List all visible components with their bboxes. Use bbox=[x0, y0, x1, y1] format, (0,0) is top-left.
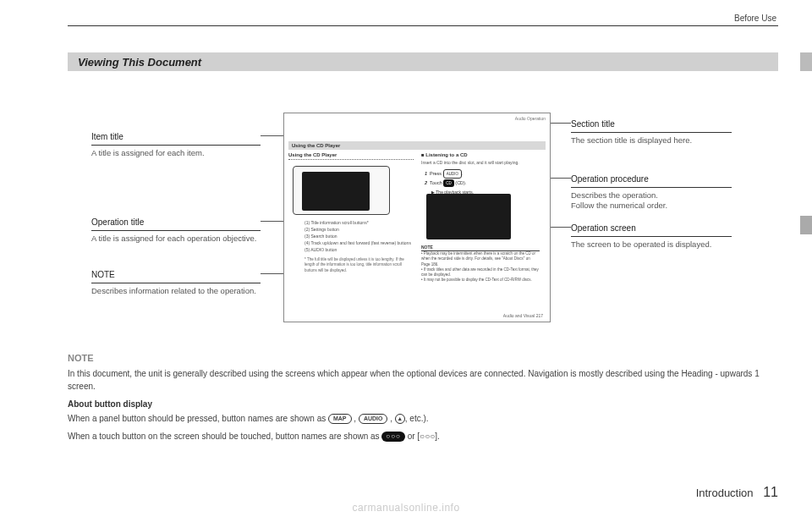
sample-page: Audio Operation Using the CD Player Usin… bbox=[283, 113, 551, 322]
sample-result-screen bbox=[426, 194, 511, 239]
callout-body: The screen to be operated is displayed. bbox=[571, 239, 732, 250]
sample-device bbox=[293, 166, 390, 215]
side-tab-top bbox=[800, 52, 812, 71]
connector-line bbox=[551, 227, 571, 228]
footer-page-number: 11 bbox=[763, 485, 778, 499]
sample-footnote: * The full title will be displayed unles… bbox=[304, 257, 414, 273]
audio-button-icon: AUDIO bbox=[359, 414, 388, 424]
sample-device-screen bbox=[302, 172, 370, 211]
bottom-note-sub: About button display bbox=[68, 398, 778, 410]
sample-header: Audio Operation bbox=[515, 116, 546, 121]
sample-note-heading: NOTE bbox=[421, 245, 540, 251]
connector-line bbox=[551, 178, 571, 179]
legend-item: (1) Title information scroll buttons* bbox=[304, 219, 411, 226]
bottom-note-p1: In this document, the unit is generally … bbox=[68, 367, 778, 393]
bottom-note-heading: NOTE bbox=[68, 351, 778, 366]
callout-operation-procedure: Operation procedure Describes the operat… bbox=[571, 173, 732, 212]
callout-section-title: Section title The section title is displ… bbox=[571, 118, 732, 146]
sample-note-body: • Playback may be intermittent when ther… bbox=[421, 251, 540, 283]
footer-chapter: Introduction bbox=[696, 487, 754, 499]
watermark: carmanualsonline.info bbox=[0, 502, 812, 514]
callout-operation-screen: Operation screen The screen to be operat… bbox=[571, 223, 732, 250]
sample-dotted-rule bbox=[288, 159, 414, 160]
sample-step-1: 1Press AUDIO. bbox=[425, 169, 474, 179]
callout-body: The section title is displayed here. bbox=[571, 135, 732, 146]
sample-steps: 1Press AUDIO. 2Touch CD (CD). ▶ The play… bbox=[425, 169, 474, 196]
title-bar-text: Viewing This Document bbox=[78, 56, 201, 69]
connector-line bbox=[551, 123, 571, 124]
sample-note-bullet: • Playback may be intermittent when ther… bbox=[421, 251, 540, 267]
callout-heading: Operation screen bbox=[571, 223, 732, 237]
audio-pill: AUDIO bbox=[443, 169, 462, 179]
sample-note-bullet: • If track titles and other data are rec… bbox=[421, 267, 540, 278]
callout-note: NOTE Describes information related to th… bbox=[91, 269, 261, 296]
callout-item-title: Item title A title is assigned for each … bbox=[91, 131, 261, 158]
connector-line bbox=[261, 135, 283, 136]
legend-item: (2) Settings button bbox=[304, 226, 411, 233]
touch-button-icon: ○○○ bbox=[381, 432, 405, 442]
legend-item: (5) AUDIO button bbox=[304, 246, 411, 253]
bottom-note-p2: When a panel button should be pressed, b… bbox=[68, 412, 778, 425]
map-button-icon: MAP bbox=[328, 414, 352, 424]
cd-pill: CD bbox=[443, 179, 454, 187]
eject-button-icon: ▲ bbox=[395, 414, 405, 424]
callout-heading: Item title bbox=[91, 131, 261, 146]
sample-footer: Audio and Visual 217 bbox=[503, 313, 543, 318]
sample-legend: (1) Title information scroll buttons* (2… bbox=[304, 219, 411, 253]
sample-right-sub: Insert a CD into the disc slot, and it w… bbox=[421, 160, 519, 165]
bottom-note-p3: When a touch button on the screen should… bbox=[68, 430, 778, 443]
sample-right-heading: ■ Listening to a CD bbox=[421, 152, 468, 157]
callout-body: Describes the operation. Follow the nume… bbox=[571, 190, 732, 212]
sample-note-bullet: • It may not be possible to display the … bbox=[421, 278, 540, 283]
callout-heading: NOTE bbox=[91, 269, 261, 283]
sample-operation-title: Using the CD Player bbox=[288, 152, 337, 157]
legend-item: (3) Search button bbox=[304, 233, 411, 239]
callout-body: Describes information related to the ope… bbox=[91, 286, 261, 297]
callout-heading: Section title bbox=[571, 118, 732, 133]
connector-line bbox=[261, 221, 283, 222]
legend-item: (4) Track up/down and fast forward (fast… bbox=[304, 239, 411, 246]
sample-section-bar: Using the CD Player bbox=[288, 141, 546, 150]
page-footer: Introduction 11 bbox=[696, 485, 778, 500]
sample-step-2: 2Touch CD (CD). bbox=[425, 179, 474, 188]
callout-body: A title is assigned for each item. bbox=[91, 148, 261, 159]
title-bar: Viewing This Document bbox=[68, 52, 778, 71]
bottom-note: NOTE In this document, the unit is gener… bbox=[68, 351, 778, 443]
callout-heading: Operation title bbox=[91, 217, 261, 231]
callout-heading: Operation procedure bbox=[571, 173, 732, 188]
callout-body: A title is assigned for each operation o… bbox=[91, 234, 261, 245]
header-chapter: Before Use bbox=[734, 14, 776, 23]
callout-operation-title: Operation title A title is assigned for … bbox=[91, 217, 261, 244]
header-rule bbox=[68, 25, 778, 26]
side-tab-mid bbox=[800, 216, 812, 234]
connector-line bbox=[261, 273, 283, 274]
